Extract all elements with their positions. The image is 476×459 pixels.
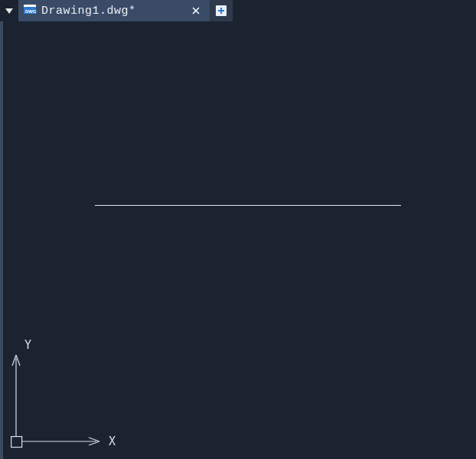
ucs-x-arrow xyxy=(89,438,99,445)
tab-close-button[interactable] xyxy=(188,3,204,18)
file-tab-label: Drawing1.dwg* xyxy=(41,5,136,18)
ucs-origin-box xyxy=(11,437,22,448)
triangle-down-icon xyxy=(5,7,14,15)
ucs-x-label: X xyxy=(109,435,116,448)
ucs-y-arrow xyxy=(12,355,20,366)
close-icon xyxy=(191,6,201,15)
file-tab-active[interactable]: DWG Drawing1.dwg* xyxy=(18,0,210,21)
document-tab-bar: DWG Drawing1.dwg* xyxy=(0,0,476,21)
tab-menu-button[interactable] xyxy=(0,0,18,21)
svg-text:DWG: DWG xyxy=(25,9,37,14)
ucs-y-label: Y xyxy=(24,338,31,352)
drawing-viewport[interactable]: Y X xyxy=(3,21,476,459)
plus-icon xyxy=(215,5,227,17)
new-tab-button[interactable] xyxy=(210,0,233,21)
ucs-indicator: Y X xyxy=(11,338,133,453)
drawn-line-entity xyxy=(95,205,401,206)
dwg-file-icon: DWG xyxy=(23,5,37,17)
